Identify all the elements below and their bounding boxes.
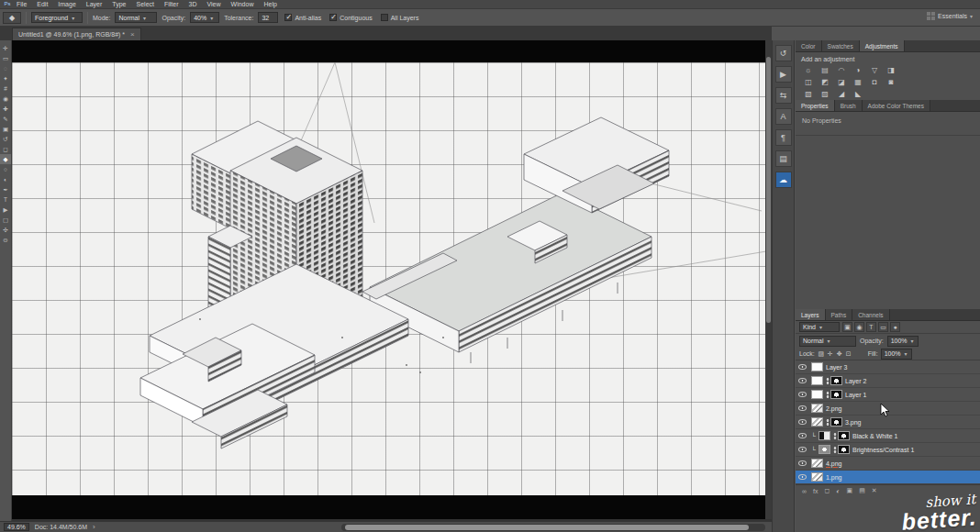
lock-transparency-icon[interactable]: ▨ <box>818 350 825 358</box>
panel-tab[interactable]: Channels <box>852 309 889 320</box>
layer-thumbnail[interactable] <box>811 404 823 413</box>
vertical-scrollbar-thumb[interactable] <box>766 57 771 323</box>
clone-stamp-tool[interactable]: ▣ <box>0 124 11 134</box>
menu-item[interactable]: Type <box>112 1 126 7</box>
menu-item[interactable]: Image <box>58 1 75 7</box>
healing-brush-tool[interactable]: ✚ <box>0 104 11 114</box>
hand-tool[interactable]: ✣ <box>0 225 11 235</box>
layer-name[interactable]: Layer 1 <box>845 392 866 398</box>
black-white-icon[interactable]: ◩ <box>817 76 833 88</box>
magic-wand-tool[interactable]: ✦ <box>0 73 11 83</box>
app-icon[interactable]: Ps <box>2 0 13 8</box>
mode-select[interactable]: Normal <box>115 12 157 23</box>
panel-tab[interactable]: Properties <box>796 100 835 111</box>
menu-item[interactable]: Filter <box>164 1 179 7</box>
paint-bucket-tool[interactable]: ◆ <box>0 154 11 164</box>
tolerance-input[interactable]: 32 <box>258 12 278 23</box>
filter-shape-icon[interactable]: ▭ <box>878 322 888 332</box>
layers-opacity-select[interactable]: 100% <box>887 336 919 347</box>
filter-smart-icon[interactable]: ● <box>890 322 900 332</box>
visibility-toggle[interactable] <box>798 392 807 397</box>
layer-name[interactable]: 3.png <box>845 419 862 426</box>
posterize-icon[interactable]: ▧ <box>800 88 817 100</box>
libraries-icon[interactable]: ☁ <box>775 172 792 188</box>
option-checkbox[interactable]: All Layers <box>381 14 419 21</box>
mask-thumbnail[interactable] <box>838 431 850 440</box>
layer-row[interactable]: 4.png <box>796 457 980 471</box>
document-tab[interactable]: Untitled1 @ 49.6% (1.png, RGB/8#) * × <box>12 28 141 40</box>
layer-filter-kind-select[interactable]: Kind <box>799 322 840 332</box>
visibility-toggle[interactable] <box>798 447 807 452</box>
panel-tab[interactable]: Brush <box>835 100 863 111</box>
type-tool[interactable]: T <box>0 194 11 205</box>
paragraph-icon[interactable]: ¶ <box>775 129 792 146</box>
document-canvas[interactable] <box>12 62 772 495</box>
selective-color-icon[interactable]: ◣ <box>850 88 866 100</box>
panel-tab[interactable]: Adobe Color Themes <box>863 100 930 111</box>
layer-name[interactable]: Black & White 1 <box>852 433 897 439</box>
layer-thumbnail[interactable] <box>811 376 823 385</box>
fill-select[interactable]: 100% <box>881 349 912 360</box>
lasso-tool[interactable]: ◌ <box>0 63 11 73</box>
character-icon[interactable]: A <box>775 108 792 125</box>
glyphs-icon[interactable]: ▤ <box>775 150 792 167</box>
opacity-select[interactable]: 40% <box>190 12 219 23</box>
visibility-toggle[interactable] <box>798 378 807 383</box>
menu-item[interactable]: View <box>207 1 221 7</box>
threshold-icon[interactable]: ▨ <box>817 88 833 100</box>
eraser-tool[interactable]: ◻ <box>0 144 11 154</box>
crop-tool[interactable]: # <box>0 83 11 94</box>
invert-icon[interactable]: ◙ <box>883 76 899 88</box>
photo-filter-icon[interactable]: ◪ <box>833 76 850 88</box>
zoom-tool[interactable]: ⊙ <box>0 235 11 245</box>
tool-preset-picker[interactable]: ◆ <box>3 12 21 24</box>
history-icon[interactable]: ↺ <box>775 45 792 61</box>
exposure-icon[interactable]: ◑ <box>850 64 866 76</box>
layer-row[interactable]: Layer 3 <box>796 360 980 374</box>
actions-icon[interactable]: ▶ <box>775 66 792 83</box>
panel-tab[interactable]: Color <box>796 40 822 51</box>
layer-thumbnail[interactable] <box>819 431 830 440</box>
delete-layer-icon[interactable]: ✕ <box>872 487 877 494</box>
layer-name[interactable]: 4.png <box>826 460 842 467</box>
menu-item[interactable]: Help <box>263 1 276 7</box>
menu-item[interactable]: Select <box>137 1 154 7</box>
visibility-toggle[interactable] <box>798 460 807 466</box>
menu-item[interactable]: Window <box>231 1 254 7</box>
move-tool[interactable]: ✛ <box>0 43 11 53</box>
new-adjustment-icon[interactable]: ◐ <box>836 488 840 494</box>
filter-adjustment-icon[interactable]: ◉ <box>854 322 864 332</box>
status-menu-arrow[interactable]: › <box>93 523 95 531</box>
layer-name[interactable]: 2.png <box>826 405 842 412</box>
visibility-toggle[interactable] <box>798 364 807 370</box>
vibrance-icon[interactable]: ▽ <box>866 64 883 76</box>
panel-tab[interactable]: Layers <box>796 309 826 320</box>
add-mask-icon[interactable]: ◻ <box>824 487 830 494</box>
panel-tab[interactable]: Adjustments <box>860 40 905 51</box>
fill-source-select[interactable]: Foreground <box>31 12 83 23</box>
layer-row[interactable]: 1.png <box>796 471 980 484</box>
layer-row[interactable]: Black & White 1 <box>796 429 980 443</box>
channel-mixer-icon[interactable]: ▦ <box>850 76 866 88</box>
marquee-tool[interactable]: ▭ <box>0 53 11 63</box>
lock-all-icon[interactable]: ⊡ <box>845 350 852 358</box>
levels-icon[interactable]: ▤ <box>817 64 833 76</box>
checkbox-box[interactable] <box>284 14 292 21</box>
option-checkbox[interactable]: Anti-alias <box>284 14 321 21</box>
visibility-toggle[interactable] <box>798 474 807 480</box>
checkbox-box[interactable] <box>329 14 337 21</box>
visibility-toggle[interactable] <box>798 433 807 438</box>
menu-item[interactable]: File <box>17 1 27 7</box>
canvas-area[interactable] <box>12 40 772 521</box>
filter-pixel-icon[interactable]: ▣ <box>842 322 852 332</box>
layer-thumbnail[interactable] <box>811 417 823 427</box>
layer-name[interactable]: Layer 2 <box>845 378 866 384</box>
layer-row[interactable]: Brightness/Contrast 1 <box>796 443 980 457</box>
blur-tool[interactable]: ○ <box>0 164 11 174</box>
mask-thumbnail[interactable] <box>830 376 842 385</box>
menu-item[interactable]: Edit <box>37 1 48 7</box>
horizontal-scrollbar-thumb[interactable] <box>345 525 749 530</box>
eyedropper-tool[interactable]: ◉ <box>0 94 11 104</box>
option-checkbox[interactable]: Contiguous <box>329 14 372 21</box>
hue-saturation-icon[interactable]: ◨ <box>883 64 899 76</box>
